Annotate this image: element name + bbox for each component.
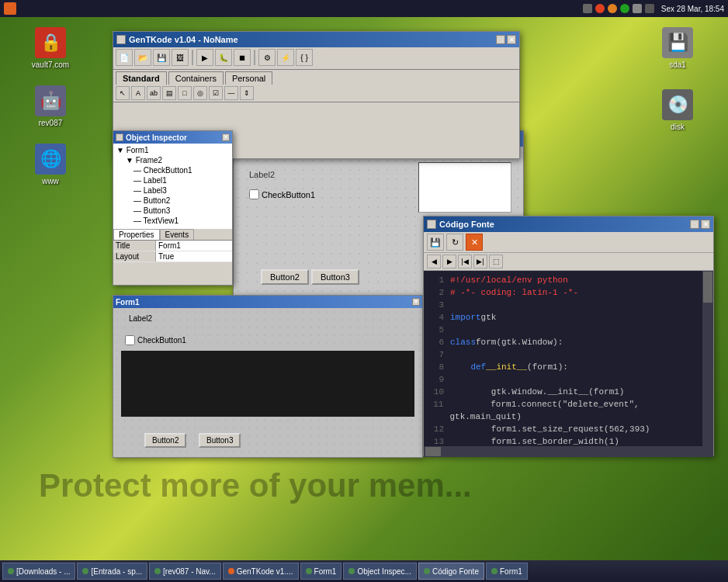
stb-line-btn[interactable]: — bbox=[224, 86, 238, 100]
desktop-icon-disk[interactable]: 💿 disk bbox=[650, 89, 705, 131]
code-line-12: 12 form1.set_size_request(562,393) bbox=[428, 423, 709, 435]
codigo-hscrollbar[interactable] bbox=[424, 446, 702, 457]
stb-btn-btn[interactable]: □ bbox=[178, 86, 192, 100]
codigo-sub-btn-3[interactable]: |◀ bbox=[458, 255, 472, 268]
form1-textbox[interactable] bbox=[418, 162, 511, 213]
codigo-sub-btn-1[interactable]: ◀ bbox=[427, 255, 441, 268]
desktop-icon-www[interactable]: 🌐 www bbox=[23, 144, 78, 185]
stb-label-btn[interactable]: ab bbox=[147, 86, 161, 100]
taskbar-item-entrada[interactable]: [Entrada - sp... bbox=[77, 563, 147, 580]
form1-button2[interactable]: Button2 bbox=[261, 269, 309, 285]
stb-cursor-btn[interactable]: ↖ bbox=[116, 86, 130, 100]
codigo-scrollbar-thumb[interactable] bbox=[703, 272, 712, 303]
form1-checkbox[interactable] bbox=[249, 189, 259, 199]
form1-inner-checkbox[interactable] bbox=[125, 335, 135, 345]
props-val-title[interactable]: Form1 bbox=[156, 241, 232, 251]
codigo-sub-btn-4[interactable]: ▶| bbox=[473, 255, 487, 268]
tb-run-btn[interactable]: ▶ bbox=[196, 49, 213, 66]
tab-personal[interactable]: Personal bbox=[225, 71, 272, 85]
codigo-refresh-btn[interactable]: ↻ bbox=[446, 234, 463, 251]
stb-radio-btn[interactable]: ◎ bbox=[193, 86, 207, 100]
tb-event-btn[interactable]: ⚡ bbox=[277, 49, 294, 66]
tb-open-btn[interactable]: 📂 bbox=[134, 49, 151, 66]
codigo-window-btns: □ ✕ bbox=[690, 220, 710, 229]
props-key-layout: Layout bbox=[113, 251, 156, 262]
taskbar-label-gentkode: GenTKode v1.... bbox=[237, 567, 293, 576]
stb-edit-btn[interactable]: ▤ bbox=[162, 86, 176, 100]
desktop-icon-sda1[interactable]: 💾 sda1 bbox=[650, 27, 705, 69]
gentkode-toolbar: 📄 📂 💾 🖼 ▶ 🐛 ⏹ ⚙ ⚡ { } bbox=[113, 47, 519, 70]
start-icon[interactable] bbox=[4, 2, 16, 15]
codigo-maximize-btn[interactable]: □ bbox=[690, 220, 699, 229]
code-text-8d: (form1): bbox=[527, 361, 568, 373]
taskbar-dot-4 bbox=[228, 568, 234, 574]
objinspector-minimize-btn[interactable]: _ bbox=[116, 133, 123, 141]
tb-prop-btn[interactable]: ⚙ bbox=[258, 49, 276, 66]
codigo-stop-btn[interactable]: ✕ bbox=[466, 234, 483, 251]
props-val-layout[interactable]: True bbox=[156, 251, 232, 262]
taskbar-item-gentkode[interactable]: GenTKode v1.... bbox=[223, 563, 299, 580]
tb-debug-btn[interactable]: 🐛 bbox=[215, 49, 232, 66]
taskbar-item-form1a[interactable]: Form1 bbox=[300, 563, 342, 580]
desktop-icon-rev087[interactable]: 🤖 rev087 bbox=[23, 85, 78, 127]
codigo-hscrollbar-thumb[interactable] bbox=[425, 447, 441, 456]
form1-inner-button3[interactable]: Button3 bbox=[199, 433, 241, 448]
gentkode-title: GenTKode v1.04 - NoName bbox=[129, 35, 238, 44]
taskbar-item-form1b[interactable]: Form1 bbox=[486, 563, 528, 580]
props-tab-properties[interactable]: Properties bbox=[113, 229, 160, 240]
object-tree-view: ▼ Form1 ▼ Frame2 — CheckButton1 — Label1… bbox=[113, 144, 232, 229]
taskbar-label-form1a: Form1 bbox=[314, 567, 337, 576]
objinspector-close-btn[interactable]: ✕ bbox=[222, 133, 230, 141]
codigo-sub-btn-2[interactable]: ▶ bbox=[442, 255, 456, 268]
code-text-2: # -*- coding: latin-1 -*- bbox=[450, 286, 578, 299]
tb-stop-btn[interactable]: ⏹ bbox=[234, 49, 251, 66]
taskbar-item-downloads[interactable]: [Downloads - ... bbox=[2, 563, 75, 580]
taskbar-label-entrada: [Entrada - sp... bbox=[91, 567, 142, 576]
taskbar-item-rev087[interactable]: [rev087 - Nav... bbox=[149, 563, 221, 580]
form1-checkbox-area: CheckButton1 bbox=[249, 189, 315, 199]
tb-code-btn[interactable]: { } bbox=[296, 49, 313, 66]
desktop-icon-vault7[interactable]: 🔒 vault7.com bbox=[23, 27, 78, 69]
tree-expand-icon: ▼ bbox=[116, 146, 124, 154]
object-inspector-window: _ Object Inspector ✕ ▼ Form1 ▼ Frame2 — … bbox=[113, 130, 233, 286]
taskbar-label-rev087: [rev087 - Nav... bbox=[163, 567, 216, 576]
tb-img-btn[interactable]: 🖼 bbox=[172, 49, 189, 66]
gentkode-close-btn[interactable]: ✕ bbox=[507, 35, 516, 44]
gentkode-window-btns: □ ✕ bbox=[496, 35, 516, 44]
code-line-5: 5 bbox=[428, 324, 709, 336]
form1-inner-close-btn[interactable]: ✕ bbox=[412, 298, 420, 306]
objinspector-titlebar: _ Object Inspector ✕ bbox=[113, 131, 232, 144]
stb-scroll-btn[interactable]: ⇕ bbox=[240, 86, 254, 100]
taskbar-item-objinspect[interactable]: Object Inspec... bbox=[343, 563, 416, 580]
watermark-text: Protect more of your mem... bbox=[39, 467, 472, 504]
tree-item-textview1: — TextView1 bbox=[115, 216, 231, 226]
codigo-minimize-btn[interactable]: _ bbox=[427, 220, 436, 229]
stb-text-btn[interactable]: A bbox=[131, 86, 145, 100]
gentkode-small-toolbar: ↖ A ab ▤ □ ◎ ☑ — ⇕ bbox=[113, 85, 519, 102]
tb-new-btn[interactable]: 📄 bbox=[116, 49, 133, 66]
tray-icon-5 bbox=[633, 4, 642, 13]
tab-standard[interactable]: Standard bbox=[116, 71, 167, 85]
tb-save-btn[interactable]: 💾 bbox=[153, 49, 170, 66]
gentkode-maximize-btn[interactable]: □ bbox=[496, 35, 505, 44]
codigo-toolbar: 💾 ↻ ✕ bbox=[424, 232, 713, 253]
taskbar-dot-6 bbox=[348, 568, 355, 574]
stb-check-btn[interactable]: ☑ bbox=[209, 86, 223, 100]
form1-inner-button2[interactable]: Button2 bbox=[144, 433, 186, 448]
bottom-taskbar: [Downloads - ... [Entrada - sp... [rev08… bbox=[0, 560, 728, 582]
taskbar-item-codigofonte[interactable]: Código Fonte bbox=[418, 563, 484, 580]
tree-item-form1[interactable]: ▼ Form1 bbox=[115, 145, 231, 155]
taskbar-right: Sex 28 Mar, 18:54 bbox=[583, 4, 724, 13]
codigo-close-btn[interactable]: ✕ bbox=[701, 220, 710, 229]
codigo-save-btn[interactable]: 💾 bbox=[427, 234, 444, 251]
taskbar-label-downloads: [Downloads - ... bbox=[16, 567, 70, 576]
codigo-sub-btn-5[interactable]: ⬚ bbox=[489, 255, 503, 268]
form1-inner-canvas[interactable]: Label2 CheckButton1 Button2 Button3 bbox=[113, 308, 422, 457]
form1-button3[interactable]: Button3 bbox=[311, 269, 359, 285]
codigo-code-area[interactable]: 1 #!/usr/local/env python 2 # -*- coding… bbox=[424, 271, 713, 457]
codigo-fonte-window: _ Código Fonte □ ✕ 💾 ↻ ✕ ◀ ▶ |◀ ▶| ⬚ 1 #… bbox=[423, 216, 714, 456]
props-tab-events[interactable]: Events bbox=[160, 229, 195, 240]
tab-containers[interactable]: Containers bbox=[168, 71, 224, 85]
codigo-scrollbar[interactable] bbox=[702, 271, 713, 457]
gentkode-minimize-btn[interactable]: _ bbox=[116, 35, 126, 44]
